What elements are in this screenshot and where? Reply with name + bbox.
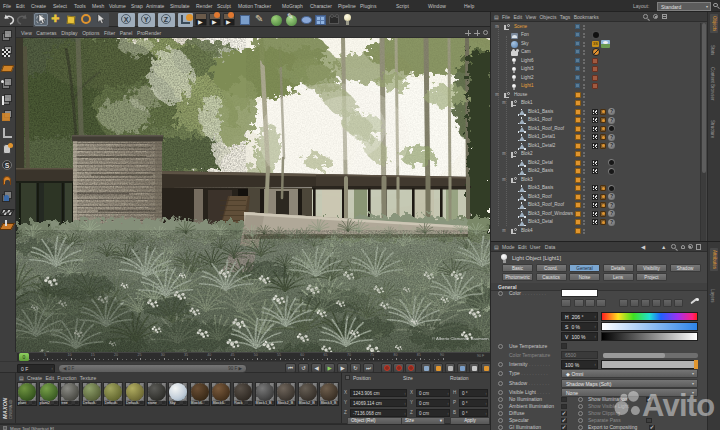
svg-text:© Alberto Clemente, Baumann: © Alberto Clemente, Baumann [432,336,489,341]
